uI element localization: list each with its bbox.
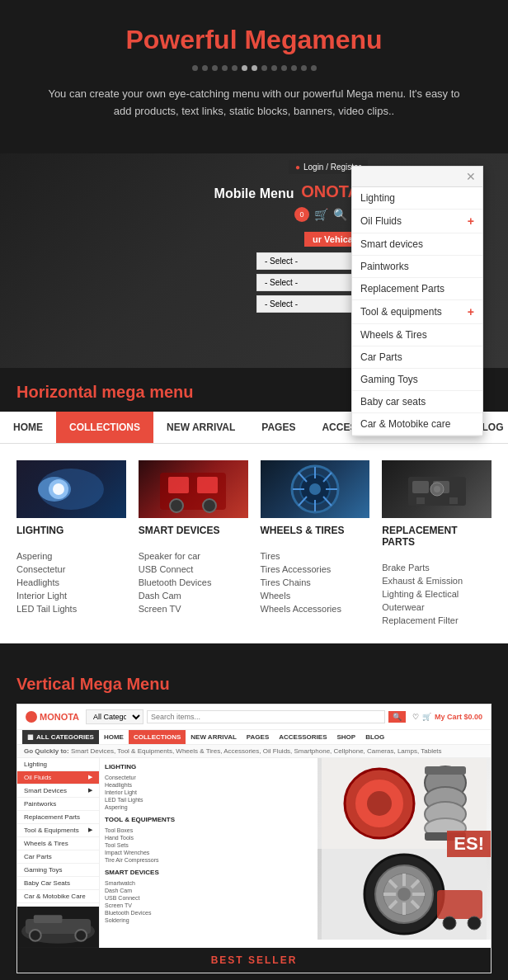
dropdown-item-replacement[interactable]: Replacement Parts (352, 278, 482, 300)
dot-9[interactable] (271, 65, 277, 71)
vp-link-btdevices[interactable]: Bluetooth Devices (105, 909, 313, 916)
nav-home[interactable]: HOME (0, 412, 56, 443)
dropdown-item-oilfluids[interactable]: Oil Fluids + (352, 210, 482, 233)
nav-collections[interactable]: COLLECTIONS (56, 412, 153, 443)
mega-col-lighting: LIGHTING Aspering Consectetur Headlights… (16, 460, 126, 627)
dot-5[interactable] (232, 65, 238, 71)
svg-rect-30 (34, 915, 63, 923)
car-headlight-svg (30, 460, 112, 518)
vp-link-aspering[interactable]: Aspering (105, 803, 313, 811)
vehicle-select-3[interactable]: - Select - (256, 295, 364, 313)
vp-nav-shop[interactable]: SHOP (332, 730, 361, 744)
dropdown-item-car-moto[interactable]: Car & Motobike care (352, 413, 482, 436)
vp-search-input[interactable] (147, 710, 385, 723)
dropdown-item-carparts[interactable]: Car Parts (352, 346, 482, 369)
link-replacement-filter[interactable]: Replacement Filter (382, 614, 492, 627)
vp-nav-pages[interactable]: PAGES (242, 730, 274, 744)
link-headlights[interactable]: Headlights (16, 576, 126, 589)
vp-nav-blog[interactable]: BLOG (360, 730, 389, 744)
dot-7-active[interactable] (252, 65, 257, 71)
link-led-tail-lights[interactable]: LED Tail Lights (16, 602, 126, 615)
link-tires-acc[interactable]: Tires Accessories (261, 563, 370, 576)
vp-link-interior-light[interactable]: Interior Light (105, 789, 313, 796)
link-dash-cam[interactable]: Dash Cam (139, 589, 248, 602)
vp-nav-home[interactable]: HOME (99, 730, 129, 744)
vp-sidebar-smart[interactable]: Smart Devices ▶ (17, 784, 99, 798)
link-aspering[interactable]: Aspering (16, 549, 126, 563)
link-outerwear[interactable]: Outerwear (382, 601, 492, 614)
dot-2[interactable] (202, 65, 208, 71)
dot-3[interactable] (212, 65, 218, 71)
vp-link-dashcam[interactable]: Dash Cam (105, 887, 313, 894)
link-tires-chains[interactable]: Tires Chains (261, 576, 370, 589)
link-lighting-elec[interactable]: Lighting & Electical (382, 587, 492, 601)
close-icon[interactable]: ✕ (466, 170, 476, 183)
vp-link-toolsets[interactable]: Tool Sets (105, 841, 313, 849)
dot-8[interactable] (261, 65, 267, 71)
vp-sidebar-carparts[interactable]: Car Parts (17, 850, 99, 864)
vp-link-smartwatch[interactable]: Smartwatch (105, 879, 313, 887)
link-consectetur[interactable]: Consectetur (16, 563, 126, 576)
vp-link-led-tail[interactable]: LED Tail Lights (105, 796, 313, 803)
vp-link-headlights[interactable]: Headlights (105, 781, 313, 789)
vp-category-select[interactable]: All Categories (86, 709, 143, 724)
dot-10[interactable] (281, 65, 287, 71)
dropdown-item-wheels[interactable]: Wheels & Tires (352, 324, 482, 346)
vehicle-select-2[interactable]: - Select - (256, 274, 364, 291)
link-bluetooth[interactable]: Bluetooth Devices (139, 576, 248, 589)
vp-sidebar-paint[interactable]: Paintworks (17, 798, 99, 811)
dot-1[interactable] (192, 65, 198, 71)
vp-nav-accessories[interactable]: ACCESSORIES (274, 730, 332, 744)
dropdown-item-paint[interactable]: Paintworks (352, 256, 482, 278)
dropdown-item-smart[interactable]: Smart devices (352, 233, 482, 256)
dropdown-item-gaming[interactable]: Gaming Toys (352, 369, 482, 391)
vp-sidebar-oil[interactable]: Oil Fluids ▶ (17, 771, 99, 784)
link-wheels[interactable]: Wheels (261, 589, 370, 602)
nav-pages[interactable]: PAGES (248, 412, 308, 443)
vp-sidebar-carmoto[interactable]: Car & Motobike Care (17, 890, 99, 903)
vp-link-toolboxes[interactable]: Tool Boxes (105, 827, 313, 834)
hero-description: You can create your own eye-catching men… (48, 86, 460, 120)
arrow-icon-3: ▶ (88, 827, 92, 833)
vp-link-screentv[interactable]: Screen TV (105, 902, 313, 909)
dropdown-item-baby[interactable]: Baby car seats (352, 391, 482, 413)
dropdown-item-tool[interactable]: Tool & equipments + (352, 300, 482, 324)
dropdown-item-lighting[interactable]: Lighting (352, 187, 482, 210)
dot-13[interactable] (311, 65, 317, 71)
vp-sidebar-tool[interactable]: Tool & Equipments ▶ (17, 824, 99, 837)
vp-sidebar-wheels[interactable]: Wheels & Tires (17, 837, 99, 850)
vp-sidebar-replacement[interactable]: Replacement Parts (17, 811, 99, 824)
vp-search-button[interactable]: 🔍 (388, 711, 406, 723)
vp-link-consectetur[interactable]: Consectetur (105, 774, 313, 781)
nav-new-arrival[interactable]: NEW ARRIVAL (153, 412, 248, 443)
dot-4[interactable] (222, 65, 228, 71)
dot-11[interactable] (291, 65, 297, 71)
vp-sidebar-lighting[interactable]: Lighting (17, 758, 99, 771)
heart-icon[interactable]: ♡ (412, 713, 419, 721)
dot-6-active[interactable] (242, 65, 247, 71)
vp-link-soldering[interactable]: Soldering (105, 916, 313, 924)
vehicle-select-1[interactable]: - Select - (256, 252, 364, 270)
vp-sidebar-baby[interactable]: Baby Car Seats (17, 877, 99, 890)
vp-link-aircomp[interactable]: Tire Air Compressors (105, 856, 313, 864)
vp-link-usbconnect[interactable]: USB Connect (105, 894, 313, 902)
dot-12[interactable] (301, 65, 307, 71)
link-tires[interactable]: Tires (261, 549, 370, 563)
cart-icon-vp[interactable]: 🛒 (422, 713, 431, 721)
search-icon[interactable]: 🔍 (333, 208, 347, 221)
link-usb[interactable]: USB Connect (139, 563, 248, 576)
link-interior-light[interactable]: Interior Light (16, 589, 126, 602)
link-brake[interactable]: Brake Parts (382, 561, 492, 574)
link-wheels-acc[interactable]: Wheels Accessories (261, 602, 370, 615)
cart-icon[interactable]: 🛒 (314, 208, 328, 221)
vp-link-handtools[interactable]: Hand Tools (105, 834, 313, 841)
vp-nav-collections[interactable]: COLLECTIONS (129, 730, 186, 744)
vp-all-categories[interactable]: ▦ ALL CATEGORIES (22, 730, 99, 744)
vp-nav-new-arrival[interactable]: NEW ARRIVAL (186, 730, 242, 744)
link-exhaust[interactable]: Exhaust & Emission (382, 574, 492, 587)
link-speaker[interactable]: Speaker for car (139, 549, 248, 563)
vp-link-impact[interactable]: Impact Wrenches (105, 849, 313, 856)
link-screen-tv[interactable]: Screen TV (139, 602, 248, 615)
vp-sidebar-gaming[interactable]: Gaming Toys (17, 864, 99, 877)
vp-section-lighting: LIGHTING (105, 763, 313, 770)
